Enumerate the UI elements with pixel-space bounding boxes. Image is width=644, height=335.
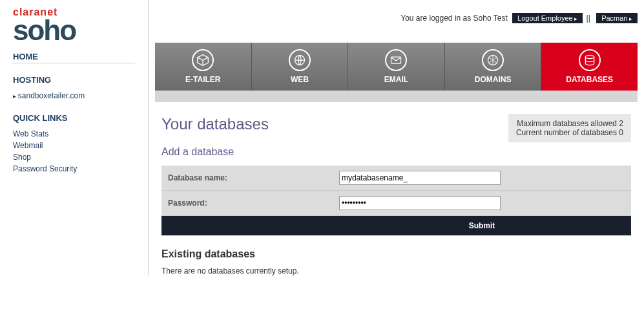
nav-home[interactable]: HOME <box>13 52 135 63</box>
submit-button[interactable]: Submit <box>333 216 631 236</box>
db-name-input[interactable] <box>339 171 501 185</box>
info-max: Maximum databases allowed 2 <box>516 119 623 128</box>
sub-bar <box>155 91 638 102</box>
svg-point-3 <box>585 56 594 59</box>
app-button[interactable]: Pacman <box>596 13 638 23</box>
nav-hosting-heading: HOSTING <box>13 75 135 86</box>
logged-in-prefix: You are logged in as <box>400 14 473 23</box>
tab-label: DOMAINS <box>475 75 512 84</box>
existing-heading: Existing databases <box>161 248 631 260</box>
topbar: You are logged in as Soho Test Logout Em… <box>155 0 638 30</box>
logout-button[interactable]: Logout Employee <box>512 13 583 23</box>
nav-hosting-domain[interactable]: sandboxetailer.com <box>13 90 135 102</box>
nav-link-webstats[interactable]: Web Stats <box>13 128 135 140</box>
db-name-label: Database name: <box>161 166 333 191</box>
tab-email[interactable]: EMAIL <box>348 43 445 91</box>
password-input[interactable] <box>339 196 501 210</box>
box-icon <box>192 49 214 71</box>
logo: claranet soho <box>13 6 135 42</box>
nav-link-password-security[interactable]: Password Security <box>13 163 135 175</box>
svg-rect-1 <box>391 57 401 63</box>
nav-link-webmail[interactable]: Webmail <box>13 140 135 151</box>
globe-icon <box>289 49 311 71</box>
database-icon <box>579 49 601 71</box>
nav-quicklinks-heading: QUICK LINKS <box>13 113 135 124</box>
logo-bottom: soho <box>13 18 135 42</box>
existing-message: There are no databases currently setup. <box>161 266 631 276</box>
network-icon <box>482 49 504 71</box>
info-current: Current number of databases 0 <box>516 128 623 137</box>
topbar-separator: || <box>587 14 590 23</box>
logged-in-username: Soho Test <box>473 14 508 23</box>
tab-label: E-TAILER <box>185 75 220 84</box>
nav-link-shop[interactable]: Shop <box>13 151 135 163</box>
add-database-heading: Add a database <box>161 146 631 158</box>
tab-domains[interactable]: DOMAINS <box>445 43 542 91</box>
tab-label: EMAIL <box>384 75 408 84</box>
tab-databases[interactable]: DATABASES <box>541 43 638 91</box>
password-label: Password: <box>161 191 333 216</box>
info-box: Maximum databases allowed 2 Current numb… <box>508 114 631 142</box>
mail-icon <box>385 49 407 71</box>
tab-label: WEB <box>291 75 309 84</box>
tab-etailer[interactable]: E-TAILER <box>155 43 252 91</box>
tab-web[interactable]: WEB <box>252 43 349 91</box>
tab-label: DATABASES <box>566 75 613 84</box>
